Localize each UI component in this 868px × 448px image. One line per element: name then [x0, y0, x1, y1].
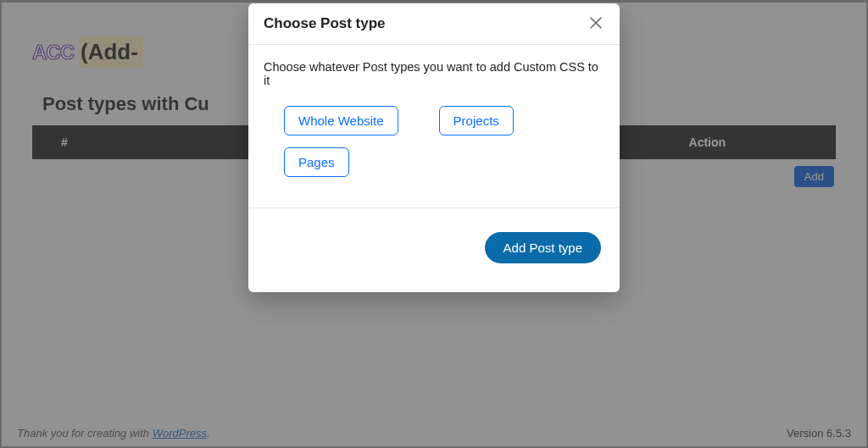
modal-description: Choose whatever Post types you want to a… — [264, 60, 604, 87]
option-pages[interactable]: Pages — [284, 147, 349, 177]
post-type-options: Whole Website Projects Pages — [264, 106, 604, 197]
option-whole-website[interactable]: Whole Website — [284, 106, 398, 136]
modal-overlay: Choose Post type Choose whatever Post ty… — [0, 0, 868, 448]
add-post-type-button[interactable]: Add Post type — [485, 232, 601, 263]
close-icon — [590, 15, 602, 33]
modal-title: Choose Post type — [264, 15, 386, 32]
close-button[interactable] — [587, 15, 604, 32]
modal-footer: Add Post type — [248, 208, 620, 292]
option-projects[interactable]: Projects — [439, 106, 514, 136]
modal-header: Choose Post type — [248, 3, 620, 45]
modal-body: Choose whatever Post types you want to a… — [248, 45, 620, 207]
choose-post-type-modal: Choose Post type Choose whatever Post ty… — [248, 3, 620, 292]
